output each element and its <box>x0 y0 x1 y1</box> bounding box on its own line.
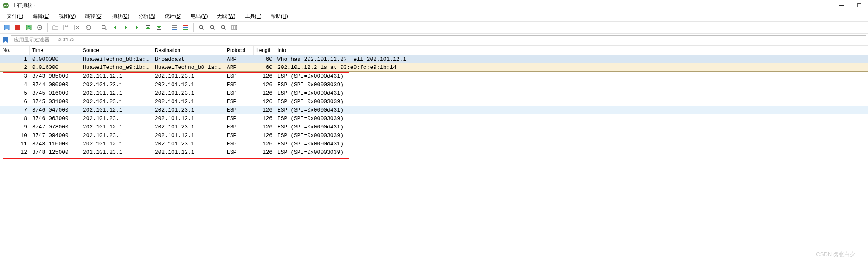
svg-line-23 <box>213 28 215 30</box>
table-row[interactable]: 63745.031000202.101.23.1202.101.12.1ESP1… <box>0 97 868 106</box>
table-row[interactable]: 73746.047000202.101.12.1202.101.23.1ESP1… <box>0 106 868 114</box>
save-file-icon[interactable] <box>61 22 71 33</box>
cell-no: 11 <box>0 141 30 147</box>
cell-source: 202.101.12.1 <box>80 107 152 113</box>
zoom-out-icon[interactable] <box>218 22 228 33</box>
cell-source: 202.101.12.1 <box>80 90 152 96</box>
svg-rect-12 <box>172 25 177 26</box>
display-filter-input[interactable] <box>11 35 866 44</box>
col-header-time[interactable]: Time <box>30 46 80 55</box>
colorize-icon[interactable] <box>181 22 191 33</box>
cell-protocol: ESP <box>224 124 254 130</box>
cell-no: 4 <box>0 82 30 88</box>
go-forward-icon[interactable] <box>121 22 131 33</box>
cell-destination: Broadcast <box>152 56 224 63</box>
cell-time: 3748.110000 <box>30 141 80 147</box>
table-row[interactable]: 123748.125000202.101.23.1202.101.12.1ESP… <box>0 148 868 156</box>
cell-length: 126 <box>254 90 275 96</box>
go-to-packet-icon[interactable] <box>132 22 142 33</box>
svg-rect-28 <box>232 25 233 30</box>
menu-capture[interactable]: 捕获(C) <box>108 12 134 21</box>
go-last-icon[interactable] <box>154 22 164 33</box>
zoom-in-icon[interactable] <box>196 22 206 33</box>
cell-destination: 202.101.12.1 <box>152 149 224 156</box>
col-header-info[interactable]: Info <box>275 46 868 55</box>
cell-source: HuaweiTechno_e9:1b:… <box>80 64 152 71</box>
cell-no: 8 <box>0 115 30 122</box>
table-row[interactable]: 20.016000HuaweiTechno_e9:1b:…HuaweiTechn… <box>0 63 868 72</box>
separator <box>96 23 96 32</box>
table-row[interactable]: 113748.110000202.101.12.1202.101.23.1ESP… <box>0 139 868 148</box>
bookmark-icon[interactable] <box>2 36 9 44</box>
svg-rect-14 <box>172 29 177 30</box>
menu-tools[interactable]: 工具(T) <box>241 12 266 21</box>
menu-telephony[interactable]: 电话(Y) <box>187 12 212 21</box>
cell-source: 202.101.23.1 <box>80 115 152 122</box>
find-icon[interactable] <box>99 22 109 33</box>
resize-columns-icon[interactable] <box>229 22 239 33</box>
cell-no: 3 <box>0 73 30 79</box>
col-header-no[interactable]: No. <box>0 46 30 55</box>
cell-source: 202.101.12.1 <box>80 141 152 147</box>
cell-time: 3747.094000 <box>30 132 80 139</box>
start-capture-icon[interactable] <box>2 22 12 33</box>
menu-view[interactable]: 视图(V) <box>55 12 80 21</box>
menu-edit[interactable]: 编辑(E) <box>28 12 54 21</box>
cell-info: ESP (SPI=0x0000d431) <box>275 107 868 113</box>
autoscroll-icon[interactable] <box>170 22 180 33</box>
col-header-protocol[interactable]: Protocol <box>224 46 254 55</box>
table-row[interactable]: 83746.063000202.101.23.1202.101.12.1ESP1… <box>0 114 868 123</box>
table-row[interactable]: 43744.000000202.101.23.1202.101.12.1ESP1… <box>0 80 868 89</box>
close-file-icon[interactable] <box>72 22 82 33</box>
svg-point-7 <box>102 25 105 29</box>
menu-stats[interactable]: 统计(S) <box>160 12 186 21</box>
menu-wireless[interactable]: 无线(W) <box>213 12 239 21</box>
menu-go[interactable]: 跳转(G) <box>81 12 107 21</box>
stop-capture-icon[interactable] <box>13 22 23 33</box>
menu-analyze[interactable]: 分析(A) <box>134 12 159 21</box>
col-header-length[interactable]: Lengtl <box>254 46 275 55</box>
svg-point-3 <box>39 27 41 28</box>
open-file-icon[interactable] <box>50 22 60 33</box>
svg-line-8 <box>105 28 107 30</box>
menu-file[interactable]: 文件(F) <box>3 12 27 21</box>
cell-info: Who has 202.101.12.2? Tell 202.101.12.1 <box>275 56 868 63</box>
svg-line-26 <box>224 28 226 30</box>
table-row[interactable]: 93747.078000202.101.12.1202.101.23.1ESP1… <box>0 123 868 131</box>
restart-capture-icon[interactable] <box>24 22 34 33</box>
col-header-destination[interactable]: Destination <box>152 46 224 55</box>
col-header-source[interactable]: Source <box>80 46 152 55</box>
cell-source: 202.101.23.1 <box>80 132 152 139</box>
zoom-reset-icon[interactable]: 1 <box>207 22 217 33</box>
separator <box>47 23 48 32</box>
cell-length: 126 <box>254 115 275 122</box>
cell-length: 60 <box>254 64 275 71</box>
go-back-icon[interactable] <box>110 22 120 33</box>
table-row[interactable]: 33743.985000202.101.12.1202.101.23.1ESP1… <box>0 72 868 80</box>
filterbar <box>0 34 868 46</box>
menubar: 文件(F) 编辑(E) 视图(V) 跳转(G) 捕获(C) 分析(A) 统计(S… <box>0 11 868 21</box>
cell-info: ESP (SPI=0x0000d431) <box>275 90 868 96</box>
minimize-button[interactable]: — <box>838 3 845 8</box>
svg-text:1: 1 <box>211 26 213 29</box>
cell-destination: 202.101.23.1 <box>152 141 224 147</box>
cell-length: 126 <box>254 82 275 88</box>
cell-length: 126 <box>254 124 275 130</box>
table-row[interactable]: 10.000000HuaweiTechno_b8:1a:…BroadcastAR… <box>0 55 868 63</box>
reload-icon[interactable] <box>83 22 93 33</box>
packet-list[interactable]: 10.000000HuaweiTechno_b8:1a:…BroadcastAR… <box>0 55 868 156</box>
cell-source: 202.101.12.1 <box>80 73 152 79</box>
menu-help[interactable]: 帮助(H) <box>266 12 292 21</box>
cell-info: ESP (SPI=0x00003039) <box>275 98 868 105</box>
table-row[interactable]: 53745.016000202.101.12.1202.101.23.1ESP1… <box>0 89 868 97</box>
go-first-icon[interactable] <box>143 22 153 33</box>
maximize-button[interactable]: ☐ <box>855 3 863 8</box>
cell-no: 9 <box>0 124 30 130</box>
cell-time: 3747.078000 <box>30 124 80 130</box>
cell-time: 3746.047000 <box>30 107 80 113</box>
cell-length: 126 <box>254 73 275 79</box>
svg-rect-11 <box>157 29 161 30</box>
table-row[interactable]: 103747.094000202.101.23.1202.101.12.1ESP… <box>0 131 868 139</box>
separator <box>193 23 194 32</box>
capture-options-icon[interactable] <box>35 22 45 33</box>
